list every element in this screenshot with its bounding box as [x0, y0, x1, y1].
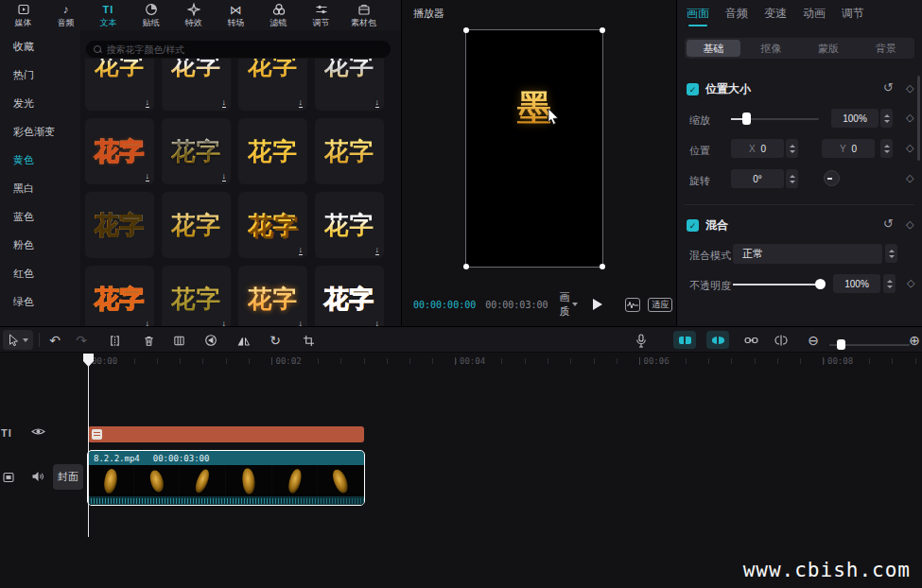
scale-keyframe-icon[interactable]: ◇: [906, 112, 913, 123]
position-y-stepper[interactable]: [880, 139, 893, 158]
timeline-ruler[interactable]: 00:0000:0200:0400:0600:08: [0, 354, 922, 369]
mirror-button[interactable]: [235, 331, 253, 350]
rotate-knob[interactable]: [824, 170, 840, 186]
inspector-tab-active[interactable]: 画面: [687, 6, 709, 26]
waveform-toggle-button[interactable]: [625, 298, 640, 312]
position-y-field[interactable]: Y0: [822, 139, 875, 158]
video-track-mute-toggle[interactable]: [31, 471, 44, 482]
transform-keyframe-icon[interactable]: ◇: [906, 82, 913, 94]
text-effect-tile[interactable]: 花字↓: [162, 266, 231, 326]
category-item[interactable]: 红色: [0, 259, 80, 287]
toolbar-tab-text[interactable]: TI文本: [87, 0, 130, 30]
toolbar-tab-filter[interactable]: 滤镜: [257, 0, 300, 30]
record-voiceover-button[interactable]: [632, 331, 651, 350]
inspector-tab-变速[interactable]: 变速: [764, 6, 787, 26]
download-icon[interactable]: ↓: [299, 246, 304, 255]
crop-button[interactable]: [299, 331, 318, 350]
freeze-frame-button[interactable]: [169, 331, 188, 350]
timeline-zoom-in-button[interactable]: ⊕: [905, 331, 922, 350]
linkage-button[interactable]: [741, 331, 760, 350]
blend-mode-stepper[interactable]: [885, 244, 897, 263]
download-icon[interactable]: ↓: [146, 172, 150, 182]
category-item[interactable]: 热门: [0, 61, 80, 89]
toolbar-tab-audio[interactable]: ♪音频: [44, 0, 87, 30]
play-button[interactable]: [593, 299, 602, 310]
transform-checkbox[interactable]: ✓: [687, 83, 699, 95]
auto-snap-toggle[interactable]: [706, 331, 729, 349]
text-effect-tile[interactable]: 花字↓: [85, 266, 154, 326]
category-item[interactable]: 蓝色: [0, 202, 80, 231]
inspector-subtab[interactable]: 蒙版: [802, 40, 856, 57]
category-item[interactable]: 黑白: [0, 174, 80, 202]
fit-button[interactable]: 适应: [648, 298, 672, 312]
text-effect-tile[interactable]: 花字: [315, 118, 384, 184]
separate-button[interactable]: [772, 331, 791, 350]
inspector-subtab[interactable]: 抠像: [744, 40, 798, 57]
inspector-subtab[interactable]: 基础: [687, 40, 740, 57]
download-icon[interactable]: ↓: [375, 98, 380, 108]
inspector-tab-音频[interactable]: 音频: [725, 6, 748, 26]
split-button[interactable]: [105, 331, 124, 350]
timeline-zoom-out-button[interactable]: ⊖: [804, 331, 823, 350]
download-icon[interactable]: ↓: [222, 320, 227, 326]
delete-button[interactable]: [139, 331, 158, 350]
opacity-slider[interactable]: [733, 278, 823, 291]
redo-button[interactable]: ↷: [72, 331, 91, 350]
scale-value[interactable]: 100%: [831, 109, 879, 128]
category-item[interactable]: 粉色: [0, 231, 80, 259]
scale-slider[interactable]: [731, 112, 819, 126]
transform-handle-tl[interactable]: [463, 27, 469, 33]
text-effect-tile[interactable]: 花字↓: [238, 192, 307, 258]
position-x-field[interactable]: X0: [731, 139, 784, 158]
video-clip[interactable]: 8.2.2.mp4 00:00:03:00: [88, 451, 364, 505]
blend-checkbox[interactable]: ✓: [687, 219, 699, 232]
position-keyframe-icon[interactable]: ◇: [906, 142, 913, 153]
preview-viewport[interactable]: 墨: [465, 29, 603, 268]
download-icon[interactable]: ↓: [375, 320, 380, 326]
transform-handle-bl[interactable]: [463, 264, 469, 269]
reverse-button[interactable]: [201, 331, 220, 350]
category-item[interactable]: 彩色渐变: [0, 117, 80, 146]
inspector-subtab[interactable]: 背景: [859, 40, 913, 57]
blend-mode-dropdown[interactable]: 正常: [733, 244, 882, 264]
text-effect-tile[interactable]: 花字↓: [85, 118, 154, 184]
select-tool-button[interactable]: [3, 330, 33, 350]
download-icon[interactable]: ↓: [222, 98, 227, 108]
transform-reset-button[interactable]: ↺: [883, 81, 894, 94]
category-item[interactable]: 收藏: [0, 32, 80, 61]
download-icon[interactable]: ↓: [222, 172, 227, 182]
download-icon[interactable]: ↓: [375, 246, 380, 255]
download-icon[interactable]: ↓: [299, 98, 304, 108]
scale-stepper[interactable]: [880, 109, 893, 128]
text-track-visibility-toggle[interactable]: [31, 426, 45, 437]
rotate-stepper[interactable]: [786, 169, 798, 188]
text-effect-tile[interactable]: 花字: [85, 192, 154, 258]
toolbar-tab-media[interactable]: 媒体: [2, 0, 44, 30]
transform-handle-br[interactable]: [600, 264, 605, 269]
category-item[interactable]: 发光: [0, 89, 80, 117]
text-effect-tile[interactable]: 花字: [162, 192, 231, 258]
download-icon[interactable]: ↓: [146, 320, 150, 326]
inspector-scrollbar[interactable]: [917, 76, 920, 161]
download-icon[interactable]: ↓: [146, 98, 150, 108]
main-track-magnet-toggle[interactable]: [673, 331, 696, 349]
rotate-keyframe-icon[interactable]: ◇: [906, 172, 913, 183]
text-effect-tile[interactable]: 花字↓: [315, 192, 384, 258]
rotate-button[interactable]: ↻: [266, 331, 285, 350]
text-effect-tile[interactable]: 花字↓: [162, 118, 231, 184]
toolbar-tab-transition[interactable]: ⋈转场: [215, 0, 257, 30]
inspector-tab-调节[interactable]: 调节: [842, 6, 864, 26]
category-item[interactable]: 绿色: [0, 287, 80, 316]
download-icon[interactable]: ↓: [299, 320, 304, 326]
undo-button[interactable]: ↶: [45, 331, 64, 350]
cover-button[interactable]: 封面: [53, 464, 83, 490]
text-effect-tile[interactable]: 花字↓: [238, 266, 307, 326]
text-clip[interactable]: [88, 426, 364, 442]
text-effect-tile[interactable]: 花字: [238, 118, 307, 184]
toolbar-tab-sticker[interactable]: 贴纸: [130, 0, 172, 30]
timeline-zoom-slider[interactable]: [829, 338, 910, 352]
quality-dropdown[interactable]: 画质: [559, 290, 578, 319]
opacity-stepper[interactable]: [883, 274, 896, 293]
toolbar-tab-tune[interactable]: 调节: [300, 0, 342, 30]
toolbar-tab-fx[interactable]: 特效: [172, 0, 215, 30]
